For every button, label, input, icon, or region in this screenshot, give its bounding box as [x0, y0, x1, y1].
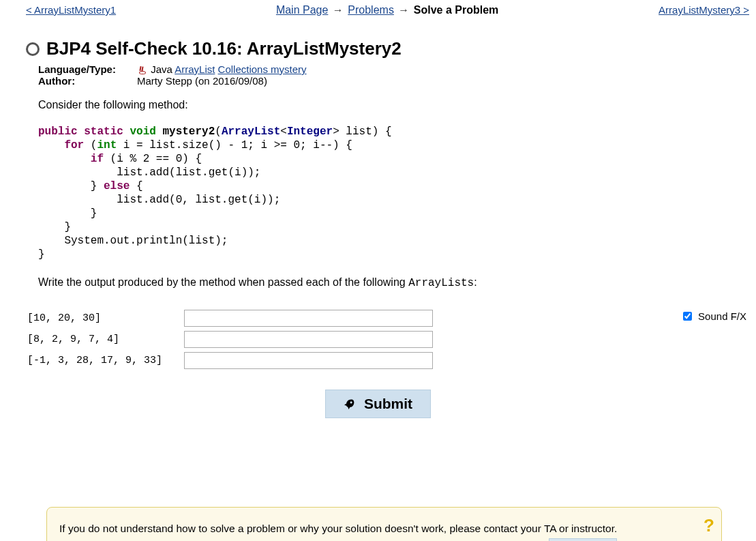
page-title: BJP4 Self-Check 10.16: ArrayListMystery2 [46, 38, 402, 59]
prompt-text: Consider the following method: [38, 99, 749, 111]
submit-button-label: Submit [364, 396, 412, 412]
prompt-text-2: Write the output produced by the method … [38, 276, 749, 289]
prev-problem-link[interactable]: < ArrayListMystery1 [26, 4, 116, 16]
answer-label: [10, 20, 30] [27, 312, 184, 324]
author-value: Marty Stepp (on 2016/09/08) [137, 75, 267, 87]
sound-fx-label: Sound F/X [698, 310, 746, 322]
problem-meta: Language/Type: Java ArrayList Collection… [7, 63, 749, 87]
answer-label: [-1, 3, 28, 17, 9, 33] [27, 355, 184, 366]
sound-fx-checkbox[interactable] [683, 312, 692, 321]
tag-arraylist-link[interactable]: ArrayList [175, 63, 215, 75]
help-box: ? If you do not understand how to solve … [46, 507, 722, 541]
rocket-icon [344, 398, 356, 410]
submit-button[interactable]: Submit [325, 390, 431, 418]
answer-row: [-1, 3, 28, 17, 9, 33] [27, 352, 433, 369]
problems-link[interactable]: Problems [348, 4, 394, 16]
top-nav: < ArrayListMystery1 Main Page → Problems… [7, 3, 749, 19]
page-heading: BJP4 Self-Check 10.16: ArrayListMystery2 [7, 19, 749, 63]
breadcrumb-current: Solve a Problem [414, 4, 499, 16]
code-block: public static void mystery2(ArrayList<In… [38, 125, 749, 261]
status-circle-icon [26, 42, 40, 56]
langtype-label: Language/Type: [38, 63, 137, 75]
arrow-icon: → [398, 4, 409, 16]
answer-table: [10, 20, 30] [8, 2, 9, 7, 4] [-1, 3, 28,… [27, 310, 433, 373]
tag-collections-mystery-link[interactable]: Collections mystery [218, 63, 307, 75]
contact-us-button[interactable]: contact us [549, 538, 617, 541]
answer-row: [10, 20, 30] [27, 310, 433, 327]
answer-row: [8, 2, 9, 7, 4] [27, 331, 433, 348]
answer-label: [8, 2, 9, 7, 4] [27, 334, 184, 345]
main-page-link[interactable]: Main Page [276, 4, 329, 16]
next-problem-link[interactable]: ArrayListMystery3 > [659, 4, 749, 16]
answer-input-1[interactable] [184, 310, 433, 327]
question-mark-icon: ? [704, 509, 714, 541]
java-icon [137, 66, 145, 74]
help-line-1: If you do not understand how to solve a … [59, 518, 709, 538]
language-text: Java [151, 63, 172, 75]
answer-input-3[interactable] [184, 352, 433, 369]
arrow-icon: → [333, 4, 344, 16]
author-label: Author: [38, 75, 137, 87]
answer-input-2[interactable] [184, 331, 433, 348]
